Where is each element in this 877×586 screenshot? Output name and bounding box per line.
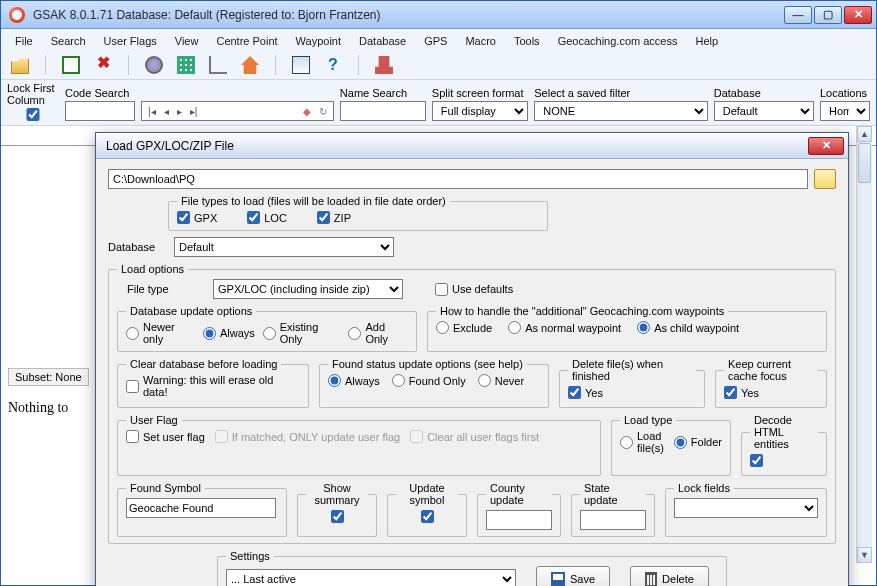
settings-select[interactable]: ... Last active <box>226 569 516 586</box>
menu-database[interactable]: Database <box>351 33 414 49</box>
saved-filter-select[interactable]: NONE <box>534 101 708 121</box>
save-icon <box>551 572 565 586</box>
loc-checkbox[interactable] <box>247 211 260 224</box>
child-wp-radio[interactable] <box>637 321 650 334</box>
county-update-fieldset: County update <box>477 482 561 537</box>
scroll-up-icon[interactable]: ▲ <box>857 126 872 142</box>
split-select[interactable]: Full display <box>432 101 528 121</box>
locations-select[interactable]: Home <box>820 101 870 121</box>
normal-wp-radio[interactable] <box>508 321 521 334</box>
load-file-radio[interactable] <box>620 436 633 449</box>
existing-only-radio[interactable] <box>263 327 276 340</box>
settings-fieldset: Settings ... Last active Save Delete <box>217 550 727 586</box>
dialog-close-button[interactable]: ✕ <box>808 137 844 155</box>
found-never-radio[interactable] <box>478 374 491 387</box>
trash-icon <box>645 572 657 586</box>
erase-icon[interactable]: ◆ <box>303 106 311 117</box>
refresh-icon[interactable]: ↻ <box>319 106 327 117</box>
found-only-radio[interactable] <box>392 374 405 387</box>
nav-next-icon[interactable]: ▸ <box>177 106 182 117</box>
clear-db-fieldset: Clear database before loading Warning: t… <box>117 358 309 408</box>
scroll-thumb[interactable] <box>858 143 871 183</box>
name-search-input[interactable] <box>340 101 426 121</box>
menu-waypoint[interactable]: Waypoint <box>288 33 349 49</box>
database-select[interactable]: Default <box>714 101 814 121</box>
calendar-icon[interactable] <box>292 56 310 74</box>
show-summary-checkbox[interactable] <box>331 510 344 523</box>
menu-geocaching[interactable]: Geocaching.com access <box>550 33 686 49</box>
grid-icon[interactable] <box>177 56 195 74</box>
menu-macro[interactable]: Macro <box>457 33 504 49</box>
db-update-fieldset: Database update options Newer only Alway… <box>117 305 417 352</box>
delete-files-checkbox[interactable] <box>568 386 581 399</box>
menu-centrepoint[interactable]: Centre Point <box>208 33 285 49</box>
minimize-button[interactable]: — <box>784 6 812 24</box>
browse-folder-icon[interactable] <box>814 169 836 189</box>
nav-prev-icon[interactable]: ◂ <box>164 106 169 117</box>
app-icon <box>9 7 25 23</box>
keep-focus-checkbox[interactable] <box>724 386 737 399</box>
load-options-fieldset: Load options File type GPX/LOC (includin… <box>108 263 836 544</box>
scrollbar[interactable]: ▲ ▼ <box>856 126 872 563</box>
maximize-button[interactable]: ▢ <box>814 6 842 24</box>
code-search-input[interactable] <box>65 101 135 121</box>
saved-filter-label: Select a saved filter <box>534 87 708 99</box>
locations-label: Locations <box>820 87 870 99</box>
database-label: Database <box>714 87 814 99</box>
lock-first-checkbox[interactable] <box>7 108 59 121</box>
nav-first-icon[interactable]: |◂ <box>148 106 156 117</box>
found-symbol-fieldset: Found Symbol <box>117 482 287 537</box>
exclude-radio[interactable] <box>436 321 449 334</box>
dialog-title: Load GPX/LOC/ZIP File <box>100 139 808 153</box>
state-input[interactable] <box>580 510 646 530</box>
open-icon[interactable] <box>11 56 29 74</box>
county-input[interactable] <box>486 510 552 530</box>
split-label: Split screen format <box>432 87 528 99</box>
load-folder-radio[interactable] <box>674 436 687 449</box>
load-gpx-dialog: Load GPX/LOC/ZIP File ✕ File types to lo… <box>95 132 849 586</box>
always-radio[interactable] <box>203 327 216 340</box>
delete-icon[interactable]: ✖ <box>94 56 112 74</box>
tree-icon[interactable] <box>209 56 227 74</box>
scroll-down-icon[interactable]: ▼ <box>857 547 872 563</box>
set-userflag-checkbox[interactable] <box>126 430 139 443</box>
plugin-icon[interactable] <box>375 56 393 74</box>
found-symbol-input[interactable] <box>126 498 276 518</box>
help-icon[interactable]: ? <box>324 56 342 74</box>
found-always-radio[interactable] <box>328 374 341 387</box>
show-summary-fieldset: Show summary <box>297 482 377 537</box>
menu-search[interactable]: Search <box>43 33 94 49</box>
delete-button[interactable]: Delete <box>630 566 709 586</box>
found-status-fieldset: Found status update options (see help) A… <box>319 358 549 408</box>
zip-checkbox[interactable] <box>317 211 330 224</box>
close-button[interactable]: ✕ <box>844 6 872 24</box>
dialog-database-select[interactable]: Default <box>174 237 394 257</box>
update-symbol-checkbox[interactable] <box>421 510 434 523</box>
path-input[interactable] <box>108 169 808 189</box>
use-defaults-checkbox[interactable] <box>435 283 448 296</box>
menu-userflags[interactable]: User Flags <box>96 33 165 49</box>
menu-gps[interactable]: GPS <box>416 33 455 49</box>
new-icon[interactable] <box>62 56 80 74</box>
lock-fields-select[interactable] <box>674 498 818 518</box>
newer-only-radio[interactable] <box>126 327 139 340</box>
filetype-select[interactable]: GPX/LOC (including inside zip) <box>213 279 403 299</box>
add-only-radio[interactable] <box>348 327 361 340</box>
gpx-checkbox[interactable] <box>177 211 190 224</box>
home-icon[interactable] <box>241 56 259 74</box>
menu-view[interactable]: View <box>167 33 207 49</box>
globe-icon[interactable] <box>145 56 163 74</box>
nav-last-icon[interactable]: ▸| <box>190 106 198 117</box>
state-update-fieldset: State update <box>571 482 655 537</box>
decode-html-checkbox[interactable] <box>750 454 763 467</box>
menu-tools[interactable]: Tools <box>506 33 548 49</box>
save-button[interactable]: Save <box>536 566 610 586</box>
userflag-fieldset: User Flag Set user flag If matched, ONLY… <box>117 414 601 476</box>
code-search-label: Code Search <box>65 87 135 99</box>
filetype-label: File type <box>117 283 207 295</box>
if-matched-checkbox <box>215 430 228 443</box>
main-window: GSAK 8.0.1.71 Database: Default (Registe… <box>0 0 877 586</box>
clear-db-checkbox[interactable] <box>126 380 139 393</box>
menu-file[interactable]: File <box>7 33 41 49</box>
menu-help[interactable]: Help <box>687 33 726 49</box>
